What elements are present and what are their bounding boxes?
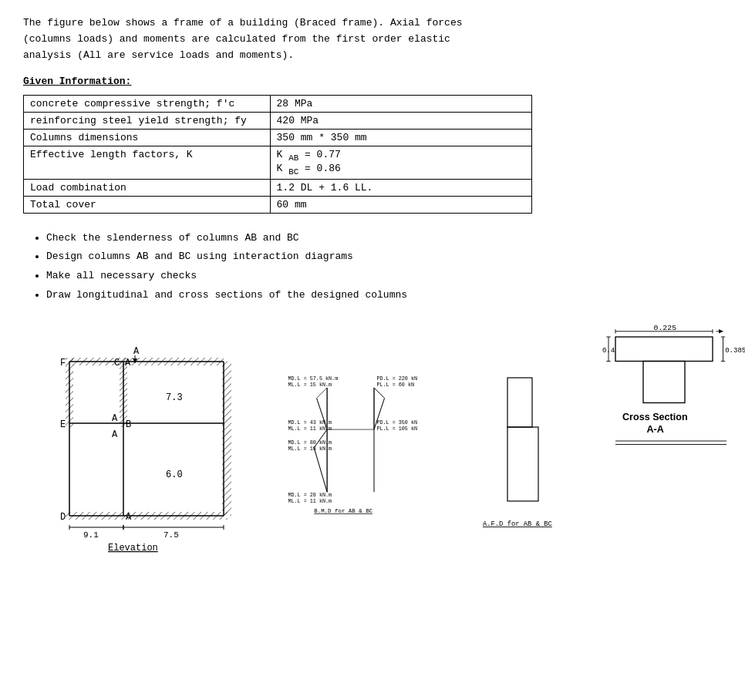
svg-text:0.4: 0.4 <box>602 347 615 355</box>
svg-text:PD.L = 220 kN: PD.L = 220 kN <box>376 375 417 382</box>
row-value: 420 MPa <box>270 113 531 130</box>
svg-text:ML.L = 15 kN.m: ML.L = 15 kN.m <box>288 382 332 388</box>
svg-text:MD.L = 80 kN.m: MD.L = 80 kN.m <box>288 439 332 446</box>
svg-text:9.1: 9.1 <box>83 530 99 540</box>
row-value: 1.2 DL + 1.6 LL. <box>270 179 531 196</box>
svg-rect-11 <box>66 512 228 520</box>
svg-text:Elevation: Elevation <box>108 543 158 554</box>
svg-text:ML.L = 19 kN.m: ML.L = 19 kN.m <box>288 446 332 452</box>
svg-text:D: D <box>60 512 66 523</box>
table-row: reinforcing steel yield strength; fy 420… <box>24 113 532 130</box>
row-label: Total cover <box>24 196 271 213</box>
svg-text:0.385: 0.385 <box>725 347 745 355</box>
bullet-1: Check the slenderness of columns AB and … <box>46 229 722 248</box>
svg-text:PL.L = 60 kN: PL.L = 60 kN <box>376 382 414 388</box>
svg-line-41 <box>314 448 327 493</box>
svg-text:PL.L = 105 kN: PL.L = 105 kN <box>376 426 417 432</box>
svg-rect-64 <box>643 362 685 403</box>
svg-text:A: A <box>112 429 118 440</box>
bullet-3: Make all necessary checks <box>46 267 722 286</box>
table-row: Columns dimensions 350 mm * 350 mm <box>24 130 532 146</box>
svg-text:PD.L = 350 kN: PD.L = 350 kN <box>376 420 417 426</box>
row-value: 60 mm <box>270 196 531 213</box>
intro-line3: analysis (All are service loads and mome… <box>23 49 294 61</box>
svg-text:Cross Section: Cross Section <box>622 412 688 422</box>
svg-text:7.5: 7.5 <box>163 530 179 540</box>
svg-text:A: A <box>112 413 118 424</box>
row-label: concrete compressive strength; f'c <box>24 96 271 113</box>
table-row: Total cover 60 mm <box>24 196 532 213</box>
intro-line2: (columns loads) and moments are calculat… <box>23 33 450 45</box>
svg-text:A: A <box>125 358 131 369</box>
task-bullets: Check the slenderness of columns AB and … <box>23 229 722 305</box>
row-label: Load combination <box>24 179 271 196</box>
row-label: Columns dimensions <box>24 130 271 146</box>
table-row: Load combination 1.2 DL + 1.6 LL. <box>24 179 532 196</box>
label-F: F <box>60 358 66 369</box>
svg-text:A.F.D for AB & BC: A.F.D for AB & BC <box>483 520 552 528</box>
svg-text:C: C <box>114 358 120 369</box>
row-label: Effective length factors, K <box>24 146 271 179</box>
svg-rect-13 <box>222 362 231 516</box>
svg-text:B: B <box>126 419 131 430</box>
row-label: reinforcing steel yield strength; fy <box>24 113 271 130</box>
svg-marker-70 <box>719 329 723 333</box>
svg-text:6.0: 6.0 <box>166 469 183 480</box>
svg-rect-9 <box>69 358 224 365</box>
svg-text:ML.L = 11 kN.m: ML.L = 11 kN.m <box>288 426 332 432</box>
svg-text:7.3: 7.3 <box>166 392 183 403</box>
svg-text:MD.L = 28 kN.m: MD.L = 28 kN.m <box>288 492 332 498</box>
svg-text:B.M.D for AB & BC: B.M.D for AB & BC <box>314 509 372 515</box>
given-information-table: concrete compressive strength; f'c 28 MP… <box>23 95 532 213</box>
afd-figure: A.F.D for AB & BC <box>470 323 594 562</box>
svg-rect-63 <box>615 337 713 362</box>
figures-section: F C A A E A B A D A 7.3 6.0 <box>23 323 722 562</box>
right-figures: 0.225 0.4 0.385 Cross Section A-A <box>602 323 740 462</box>
svg-text:E: E <box>60 419 66 430</box>
svg-rect-60 <box>507 378 532 427</box>
bmd-figure: MD.L = 57.5 kN.m ML.L = 15 kN.m PD.L = 2… <box>285 323 463 562</box>
svg-text:ML.L = 11 kN.m: ML.L = 11 kN.m <box>288 498 332 504</box>
svg-text:A: A <box>126 512 132 523</box>
svg-text:A: A <box>133 346 140 357</box>
table-row: concrete compressive strength; f'c 28 MP… <box>24 96 532 113</box>
row-value: 350 mm * 350 mm <box>270 130 531 146</box>
intro-line1: The figure below shows a frame of a buil… <box>23 17 463 29</box>
svg-text:MD.L = 57.5 kN.m: MD.L = 57.5 kN.m <box>288 375 338 382</box>
table-row: Effective length factors, K K AB = 0.77K… <box>24 146 532 179</box>
bullet-4: Draw longitudinal and cross sections of … <box>46 286 722 305</box>
svg-text:MD.L = 43 kN.m: MD.L = 43 kN.m <box>288 420 332 426</box>
row-value: K AB = 0.77K BC = 0.86 <box>270 146 531 179</box>
svg-line-45 <box>374 388 385 399</box>
row-value: 28 MPa <box>270 96 531 113</box>
given-information-title: Given Information: <box>23 76 722 87</box>
elevation-figure: F C A A E A B A D A 7.3 6.0 <box>23 323 278 562</box>
svg-text:0.225: 0.225 <box>654 324 677 332</box>
svg-text:A-A: A-A <box>647 425 664 436</box>
intro-paragraph: The figure below shows a frame of a buil… <box>23 15 722 63</box>
cross-section-figure: 0.225 0.4 0.385 Cross Section A-A <box>602 323 740 462</box>
svg-rect-10 <box>66 358 73 427</box>
bullet-2: Design columns AB and BC using interacti… <box>46 247 722 267</box>
svg-rect-61 <box>507 427 538 501</box>
